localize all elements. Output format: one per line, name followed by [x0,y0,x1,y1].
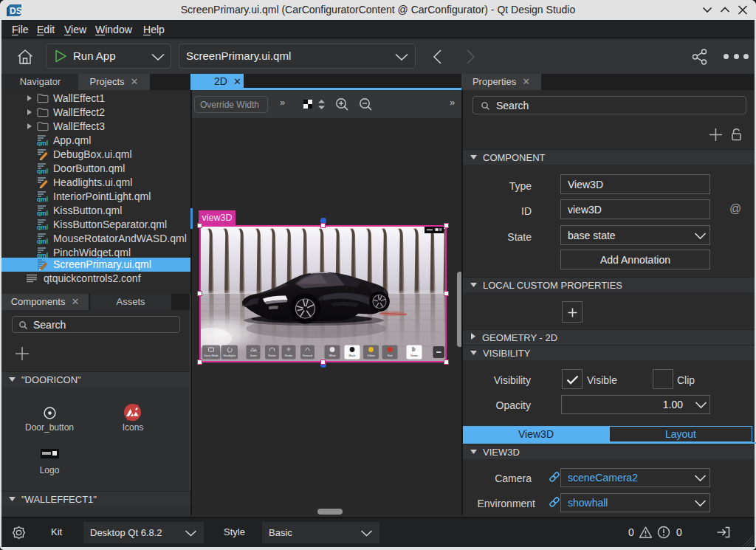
svg-text:qml: qml [37,168,48,174]
svg-text:qml: qml [37,210,48,216]
svg-text:qml: qml [37,140,48,146]
svg-text:qml: qml [37,224,48,230]
svg-text:qml: qml [37,238,48,244]
svg-text:qml: qml [37,196,48,202]
